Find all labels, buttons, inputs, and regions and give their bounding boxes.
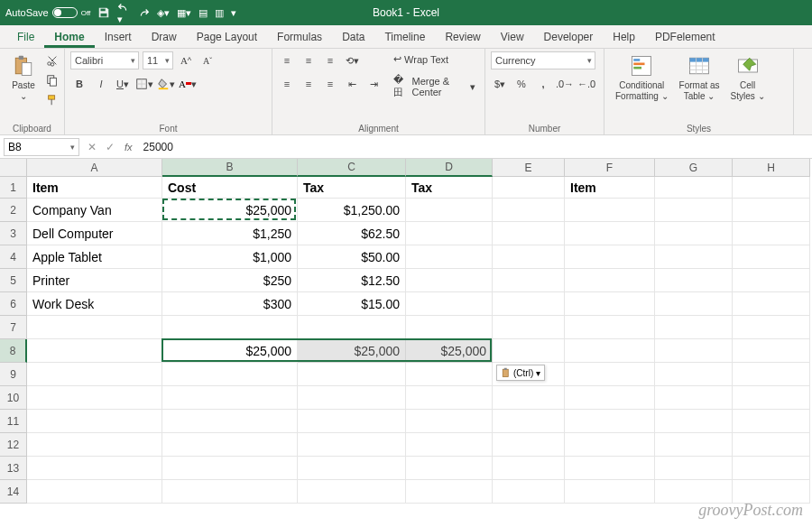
select-all-corner[interactable] — [0, 159, 27, 177]
fx-icon[interactable]: fx — [119, 142, 138, 153]
cell-C3[interactable]: $62.50 — [298, 222, 406, 245]
cell-B6[interactable]: $300 — [162, 292, 298, 316]
align-left-icon[interactable]: ≡ — [278, 75, 296, 93]
row-header-4[interactable]: 4 — [0, 245, 27, 269]
cell-styles-button[interactable]: Cell Styles ⌄ — [725, 51, 770, 103]
cell-F4[interactable] — [565, 245, 655, 269]
row-header-9[interactable]: 9 — [0, 363, 27, 386]
cell-F6[interactable] — [565, 292, 655, 316]
cell-C8[interactable]: $25,000 — [298, 339, 406, 363]
cell-C14[interactable] — [298, 480, 406, 504]
underline-icon[interactable]: U▾ — [114, 75, 132, 93]
autosave-toggle[interactable]: AutoSave Off — [5, 7, 90, 18]
cell-A1[interactable]: Item — [27, 177, 162, 199]
cell-D14[interactable] — [406, 480, 493, 504]
cell-G11[interactable] — [655, 410, 733, 433]
italic-icon[interactable]: I — [92, 75, 110, 93]
cell-G5[interactable] — [655, 269, 733, 292]
cell-F13[interactable] — [565, 457, 655, 480]
col-header-E[interactable]: E — [493, 159, 565, 177]
cell-B7[interactable] — [162, 316, 298, 339]
cell-B4[interactable]: $1,000 — [162, 245, 298, 269]
cell-E12[interactable] — [493, 433, 565, 457]
spreadsheet-grid[interactable]: ABCDEFGH1ItemCostTaxTaxItem2Company Van$… — [0, 159, 812, 504]
col-header-A[interactable]: A — [27, 159, 162, 177]
cell-C9[interactable] — [298, 363, 406, 386]
cell-D10[interactable] — [406, 386, 493, 410]
decrease-indent-icon[interactable]: ⇤ — [343, 75, 361, 93]
increase-indent-icon[interactable]: ⇥ — [364, 75, 383, 93]
cell-A7[interactable] — [27, 316, 162, 339]
fill-color-icon[interactable]: ▾ — [157, 75, 175, 93]
col-header-G[interactable]: G — [655, 159, 733, 177]
cell-H12[interactable] — [733, 433, 810, 457]
qat-icon-4[interactable]: ▥ — [215, 7, 224, 19]
save-icon[interactable] — [97, 6, 110, 19]
increase-decimal-icon[interactable]: .0→ — [556, 75, 574, 93]
row-header-2[interactable]: 2 — [0, 199, 27, 222]
tab-view[interactable]: View — [491, 26, 534, 48]
cell-B12[interactable] — [162, 433, 298, 457]
cell-D4[interactable] — [406, 245, 493, 269]
tab-timeline[interactable]: Timeline — [374, 26, 435, 48]
font-name-combo[interactable]: Calibri — [70, 51, 139, 69]
formula-input[interactable]: 25000 — [138, 141, 812, 153]
cell-D7[interactable] — [406, 316, 493, 339]
cell-A4[interactable]: Apple Tablet — [27, 245, 162, 269]
tab-pdfelement[interactable]: PDFelement — [645, 26, 725, 48]
row-header-6[interactable]: 6 — [0, 292, 27, 316]
cell-C10[interactable] — [298, 386, 406, 410]
cell-C11[interactable] — [298, 410, 406, 433]
row-header-13[interactable]: 13 — [0, 457, 27, 480]
cell-C1[interactable]: Tax — [298, 177, 406, 199]
cell-G2[interactable] — [655, 199, 733, 222]
cell-D12[interactable] — [406, 433, 493, 457]
orientation-icon[interactable]: ⟲▾ — [343, 51, 361, 69]
cell-C7[interactable] — [298, 316, 406, 339]
cell-D1[interactable]: Tax — [406, 177, 493, 199]
comma-icon[interactable]: , — [534, 75, 552, 93]
accounting-icon[interactable]: $▾ — [491, 75, 509, 93]
cell-F14[interactable] — [565, 480, 655, 504]
cell-B14[interactable] — [162, 480, 298, 504]
cell-A11[interactable] — [27, 410, 162, 433]
font-size-combo[interactable]: 11 — [143, 51, 173, 69]
cell-G8[interactable] — [655, 339, 733, 363]
cell-D5[interactable] — [406, 269, 493, 292]
cell-B2[interactable]: $25,000 — [162, 199, 298, 222]
font-color-icon[interactable]: A▾ — [179, 75, 197, 93]
cell-B3[interactable]: $1,250 — [162, 222, 298, 245]
cell-B1[interactable]: Cost — [162, 177, 298, 199]
cell-E7[interactable] — [493, 316, 565, 339]
decrease-font-icon[interactable]: Aˇ — [198, 51, 217, 69]
align-center-icon[interactable]: ≡ — [300, 75, 318, 93]
tab-file[interactable]: File — [7, 26, 44, 48]
cell-G6[interactable] — [655, 292, 733, 316]
cell-E14[interactable] — [493, 480, 565, 504]
cell-H2[interactable] — [733, 199, 810, 222]
cell-D6[interactable] — [406, 292, 493, 316]
cell-G12[interactable] — [655, 433, 733, 457]
tab-insert[interactable]: Insert — [95, 26, 142, 48]
copy-icon[interactable] — [43, 71, 61, 89]
cell-B13[interactable] — [162, 457, 298, 480]
row-header-10[interactable]: 10 — [0, 386, 27, 410]
cell-F12[interactable] — [565, 433, 655, 457]
cell-F5[interactable] — [565, 269, 655, 292]
cell-B5[interactable]: $250 — [162, 269, 298, 292]
cell-H13[interactable] — [733, 457, 810, 480]
cell-A2[interactable]: Company Van — [27, 199, 162, 222]
tab-page-layout[interactable]: Page Layout — [187, 26, 267, 48]
cell-G1[interactable] — [655, 177, 733, 199]
cell-D3[interactable] — [406, 222, 493, 245]
name-box[interactable]: B8▾ — [4, 138, 79, 156]
cell-H4[interactable] — [733, 245, 810, 269]
row-header-1[interactable]: 1 — [0, 177, 27, 199]
cell-H11[interactable] — [733, 410, 810, 433]
cell-E6[interactable] — [493, 292, 565, 316]
cell-G4[interactable] — [655, 245, 733, 269]
cell-C5[interactable]: $12.50 — [298, 269, 406, 292]
row-header-7[interactable]: 7 — [0, 316, 27, 339]
cell-H6[interactable] — [733, 292, 810, 316]
format-as-table-button[interactable]: Format as Table ⌄ — [674, 51, 725, 103]
